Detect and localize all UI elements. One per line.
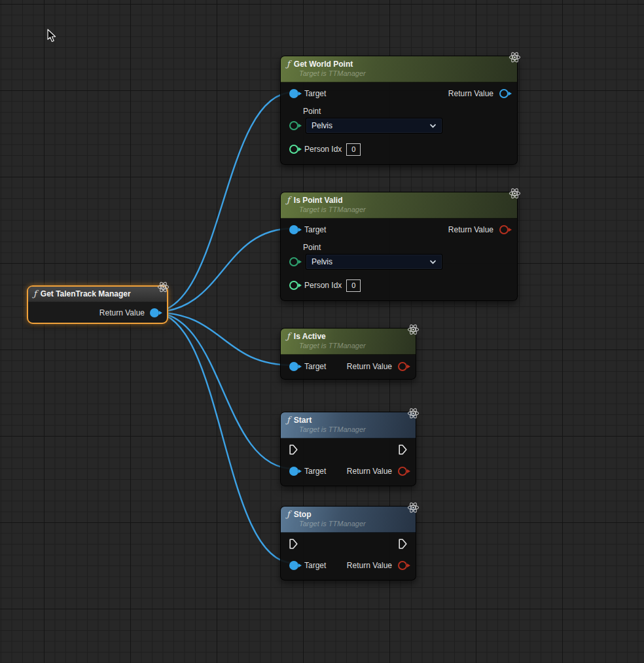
point-dropdown[interactable]: Pelvis xyxy=(306,254,442,270)
return-value-pin[interactable] xyxy=(150,308,159,317)
target-pin-label: Target xyxy=(304,362,326,371)
node-header[interactable]: ƒIs Point Valid Target is TTManager xyxy=(281,192,517,219)
target-pin-label: Target xyxy=(304,561,326,570)
person-idx-input[interactable]: 0 xyxy=(346,279,361,292)
node-get-world-point[interactable]: ƒGet World Point Target is TTManager Tar… xyxy=(280,56,518,165)
return-value-pin[interactable] xyxy=(499,89,509,98)
person-idx-pin[interactable] xyxy=(289,145,298,154)
node-title: Get TalenTrack Manager xyxy=(41,289,131,299)
return-value-pin[interactable] xyxy=(398,362,407,371)
function-icon: ƒ xyxy=(287,195,290,206)
target-pin[interactable] xyxy=(289,467,298,476)
exec-in-pin[interactable] xyxy=(289,444,298,457)
node-header[interactable]: ƒStop Target is TTManager xyxy=(281,507,416,533)
atom-icon xyxy=(157,281,170,293)
function-icon: ƒ xyxy=(287,331,290,342)
atom-icon xyxy=(407,501,420,514)
wire-manager-to-start[interactable] xyxy=(152,312,293,469)
node-subtitle: Target is TTManager xyxy=(299,69,511,79)
node-header[interactable]: ƒGet World Point Target is TTManager xyxy=(281,56,517,82)
node-subtitle: Target is TTManager xyxy=(299,425,410,435)
node-get-talentrack-manager[interactable]: ƒGet TalenTrack Manager Return Value xyxy=(27,285,168,324)
person-idx-pin[interactable] xyxy=(289,281,298,290)
point-dropdown-value: Pelvis xyxy=(312,257,332,266)
node-title: Start xyxy=(294,416,312,425)
function-icon: ƒ xyxy=(287,59,290,69)
point-dropdown[interactable]: Pelvis xyxy=(306,118,442,134)
atom-icon xyxy=(509,51,521,63)
target-pin-label: Target xyxy=(304,225,326,234)
target-pin-label: Target xyxy=(304,467,326,476)
chevron-down-icon xyxy=(429,124,437,128)
chevron-down-icon xyxy=(429,260,437,264)
target-pin[interactable] xyxy=(289,225,298,234)
person-idx-input[interactable]: 0 xyxy=(346,143,361,156)
node-is-point-valid[interactable]: ƒIs Point Valid Target is TTManager Targ… xyxy=(280,192,518,301)
return-value-pin-label: Return Value xyxy=(99,308,145,317)
atom-icon xyxy=(407,323,420,336)
node-title: Stop xyxy=(294,510,312,520)
function-icon: ƒ xyxy=(287,415,290,425)
node-title: Is Active xyxy=(294,332,326,342)
return-value-pin-label: Return Value xyxy=(347,561,392,570)
graph-canvas[interactable]: { "colors": { "wire": "#3da2e5", "select… xyxy=(0,0,644,663)
target-pin[interactable] xyxy=(289,362,298,371)
node-stop[interactable]: ƒStop Target is TTManager Target Return … xyxy=(280,506,416,581)
point-pin-label: Point xyxy=(303,243,517,252)
node-header[interactable]: ƒStart Target is TTManager xyxy=(281,412,416,439)
mouse-cursor xyxy=(47,29,58,46)
node-title: Get World Point xyxy=(294,60,353,69)
point-pin[interactable] xyxy=(289,121,298,130)
function-icon: ƒ xyxy=(287,509,290,520)
return-value-pin[interactable] xyxy=(398,467,407,476)
return-value-pin-label: Return Value xyxy=(448,225,493,234)
node-header[interactable]: ƒGet TalenTrack Manager xyxy=(28,287,167,302)
wire-manager-to-stop[interactable] xyxy=(152,312,293,563)
exec-out-pin[interactable] xyxy=(399,539,407,551)
node-is-active[interactable]: ƒIs Active Target is TTManager Target Re… xyxy=(280,328,416,380)
exec-out-pin[interactable] xyxy=(399,444,407,457)
return-value-pin-label: Return Value xyxy=(448,89,493,98)
node-start[interactable]: ƒStart Target is TTManager Target Return… xyxy=(280,412,416,486)
node-subtitle: Target is TTManager xyxy=(299,520,410,529)
function-icon: ƒ xyxy=(33,289,37,299)
node-header[interactable]: ƒIs Active Target is TTManager xyxy=(281,329,416,355)
point-dropdown-value: Pelvis xyxy=(312,121,332,130)
target-pin-label: Target xyxy=(304,89,326,98)
atom-icon xyxy=(407,407,420,420)
node-title: Is Point Valid xyxy=(294,196,343,206)
person-idx-label: Person Idx xyxy=(304,145,342,154)
point-pin-label: Point xyxy=(303,107,517,116)
point-pin[interactable] xyxy=(289,257,298,266)
return-value-pin[interactable] xyxy=(398,561,407,570)
exec-in-pin[interactable] xyxy=(289,539,298,551)
return-value-pin-label: Return Value xyxy=(347,362,392,371)
node-subtitle: Target is TTManager xyxy=(299,342,410,351)
person-idx-label: Person Idx xyxy=(304,281,342,290)
wire-manager-to-is-point-valid[interactable] xyxy=(152,228,293,312)
wire-manager-to-get-world-point[interactable] xyxy=(152,92,293,312)
node-subtitle: Target is TTManager xyxy=(299,206,511,215)
target-pin[interactable] xyxy=(289,89,298,98)
target-pin[interactable] xyxy=(289,561,298,570)
atom-icon xyxy=(509,187,521,200)
return-value-pin-label: Return Value xyxy=(347,467,392,476)
return-value-pin[interactable] xyxy=(499,225,509,234)
